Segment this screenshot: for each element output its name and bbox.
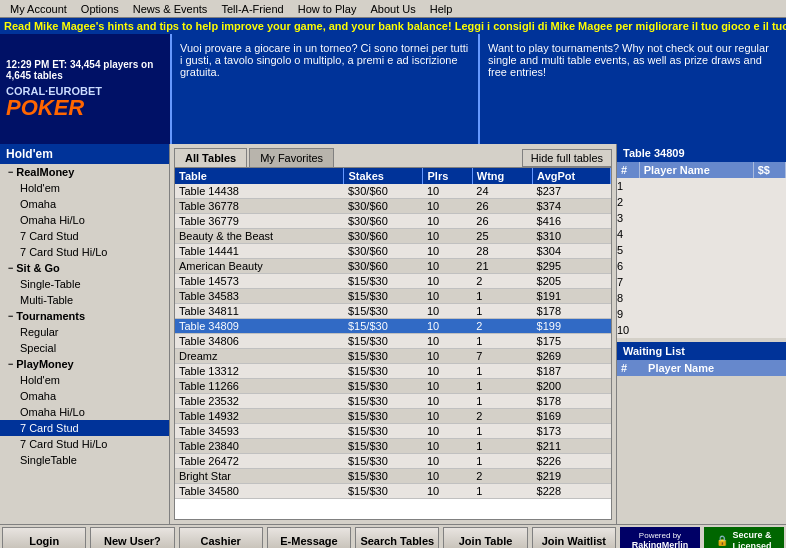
hide-full-button[interactable]: Hide full tables bbox=[522, 149, 612, 167]
table-row[interactable]: Bright Star$15/$30102$219 bbox=[175, 469, 611, 484]
join-table-button[interactable]: Join Table bbox=[443, 527, 527, 549]
sidebar-item-7cardstudhilo[interactable]: 7 Card Stud Hi/Lo bbox=[0, 244, 169, 260]
cell-stakes: $15/$30 bbox=[344, 319, 423, 334]
col-stakes[interactable]: Stakes bbox=[344, 168, 423, 184]
table-row[interactable]: Table 14932$15/$30102$169 bbox=[175, 409, 611, 424]
table-row[interactable]: Table 13312$15/$30101$187 bbox=[175, 364, 611, 379]
menu-news-events[interactable]: News & Events bbox=[127, 0, 214, 18]
table-row[interactable]: Table 14573$15/$30102$205 bbox=[175, 274, 611, 289]
cell-wtng: 1 bbox=[472, 484, 532, 499]
new-user-button[interactable]: New User? bbox=[90, 527, 174, 549]
search-tables-button[interactable]: Search Tables bbox=[355, 527, 439, 549]
login-button[interactable]: Login bbox=[2, 527, 86, 549]
sidebar-item-omaha[interactable]: Omaha bbox=[0, 196, 169, 212]
player-cell bbox=[639, 322, 753, 338]
cell-plrs: 10 bbox=[423, 334, 472, 349]
col-avgpot[interactable]: AvgPot bbox=[533, 168, 611, 184]
cell-stakes: $15/$30 bbox=[344, 289, 423, 304]
cell-avgpot: $374 bbox=[533, 199, 611, 214]
table-row[interactable]: Beauty & the Beast$30/$601025$310 bbox=[175, 229, 611, 244]
sidebar-item-special[interactable]: Special bbox=[0, 340, 169, 356]
table-row[interactable]: Table 34806$15/$30101$175 bbox=[175, 334, 611, 349]
sidebar-item-7cardstud[interactable]: 7 Card Stud bbox=[0, 420, 169, 436]
cell-avgpot: $416 bbox=[533, 214, 611, 229]
cell-name: Table 23532 bbox=[175, 394, 344, 409]
player-row: 6 bbox=[617, 258, 786, 274]
menu-how-to-play[interactable]: How to Play bbox=[292, 0, 363, 18]
waiting-list-title: Waiting List bbox=[617, 342, 786, 360]
table-row[interactable]: Table 11266$15/$30101$200 bbox=[175, 379, 611, 394]
sidebar-item-omahahilo[interactable]: Omaha Hi/Lo bbox=[0, 212, 169, 228]
sidebar-item-singletable[interactable]: SingleTable bbox=[0, 452, 169, 468]
cell-name: Table 14438 bbox=[175, 184, 344, 199]
logo-area: 12:29 PM ET: 34,454 players on 4,645 tab… bbox=[0, 34, 170, 144]
tab-all-tables[interactable]: All Tables bbox=[174, 148, 247, 167]
cell-name: Table 11266 bbox=[175, 379, 344, 394]
cell-wtng: 1 bbox=[472, 364, 532, 379]
player-col-name: Player Name bbox=[639, 162, 753, 178]
sidebar-section-playmoney[interactable]: − PlayMoney bbox=[0, 356, 169, 372]
col-table[interactable]: Table bbox=[175, 168, 344, 184]
table-row[interactable]: Table 34593$15/$30101$173 bbox=[175, 424, 611, 439]
col-wtng[interactable]: Wtng bbox=[472, 168, 532, 184]
cell-wtng: 1 bbox=[472, 379, 532, 394]
sidebar-section-realmoney[interactable]: − RealMoney bbox=[0, 164, 169, 180]
sidebar-section-sit&go[interactable]: − Sit & Go bbox=[0, 260, 169, 276]
tab-my-favorites[interactable]: My Favorites bbox=[249, 148, 334, 167]
secure-text: Secure &Licensed bbox=[732, 530, 771, 548]
menu-about-us[interactable]: About Us bbox=[364, 0, 421, 18]
sidebar-item-multi-table[interactable]: Multi-Table bbox=[0, 292, 169, 308]
promo-left: Vuoi provare a giocare in un torneo? Ci … bbox=[170, 34, 480, 144]
col-plrs[interactable]: Plrs bbox=[423, 168, 472, 184]
cell-stakes: $15/$30 bbox=[344, 379, 423, 394]
player-cell: 8 bbox=[617, 290, 639, 306]
menu-help[interactable]: Help bbox=[424, 0, 459, 18]
table-row[interactable]: Table 34580$15/$30101$228 bbox=[175, 484, 611, 499]
table-row[interactable]: Table 14438$30/$601024$237 bbox=[175, 184, 611, 199]
sidebar-item-omaha[interactable]: Omaha bbox=[0, 388, 169, 404]
join-waitlist-button[interactable]: Join Waitlist bbox=[532, 527, 616, 549]
player-cell: 2 bbox=[617, 194, 639, 210]
sidebar-item-regular[interactable]: Regular bbox=[0, 324, 169, 340]
cell-name: Table 14441 bbox=[175, 244, 344, 259]
table-grid[interactable]: Table Stakes Plrs Wtng AvgPot Table 1443… bbox=[174, 167, 612, 520]
table-row[interactable]: Table 23840$15/$30101$211 bbox=[175, 439, 611, 454]
player-cell bbox=[753, 290, 785, 306]
main-content: Hold'em − RealMoneyHold'emOmahaOmaha Hi/… bbox=[0, 144, 786, 524]
sidebar-item-holdem[interactable]: Hold'em bbox=[0, 372, 169, 388]
table-row[interactable]: Table 26472$15/$30101$226 bbox=[175, 454, 611, 469]
table-row[interactable]: Table 14441$30/$601028$304 bbox=[175, 244, 611, 259]
menu-options[interactable]: Options bbox=[75, 0, 125, 18]
player-cell bbox=[753, 194, 785, 210]
cell-plrs: 10 bbox=[423, 184, 472, 199]
cashier-button[interactable]: Cashier bbox=[179, 527, 263, 549]
e-message-button[interactable]: E-Message bbox=[267, 527, 351, 549]
table-row[interactable]: Table 34583$15/$30101$191 bbox=[175, 289, 611, 304]
table-row[interactable]: Dreamz$15/$30107$269 bbox=[175, 349, 611, 364]
cell-plrs: 10 bbox=[423, 199, 472, 214]
sidebar-section-tournaments[interactable]: − Tournaments bbox=[0, 308, 169, 324]
sidebar-item-single-table[interactable]: Single-Table bbox=[0, 276, 169, 292]
menu-bar: My Account Options News & Events Tell-A-… bbox=[0, 0, 786, 18]
cell-name: Table 26472 bbox=[175, 454, 344, 469]
menu-my-account[interactable]: My Account bbox=[4, 0, 73, 18]
cell-stakes: $15/$30 bbox=[344, 424, 423, 439]
sidebar-item-7cardstud[interactable]: 7 Card Stud bbox=[0, 228, 169, 244]
table-row[interactable]: Table 34811$15/$30101$178 bbox=[175, 304, 611, 319]
cell-wtng: 2 bbox=[472, 319, 532, 334]
cell-avgpot: $178 bbox=[533, 304, 611, 319]
cell-avgpot: $310 bbox=[533, 229, 611, 244]
menu-tell-a-friend[interactable]: Tell-A-Friend bbox=[215, 0, 289, 18]
table-row[interactable]: American Beauty$30/$601021$295 bbox=[175, 259, 611, 274]
sidebar-item-holdem[interactable]: Hold'em bbox=[0, 180, 169, 196]
table-row[interactable]: Table 36779$30/$601026$416 bbox=[175, 214, 611, 229]
sidebar-item-omahahilo[interactable]: Omaha Hi/Lo bbox=[0, 404, 169, 420]
sidebar-item-7cardstudhilo[interactable]: 7 Card Stud Hi/Lo bbox=[0, 436, 169, 452]
table-row[interactable]: Table 36778$30/$601026$374 bbox=[175, 199, 611, 214]
cell-plrs: 10 bbox=[423, 289, 472, 304]
secure-licensed: 🔒 Secure &Licensed bbox=[704, 527, 784, 549]
tab-bar: All Tables My Favorites Hide full tables bbox=[170, 144, 616, 167]
cell-avgpot: $228 bbox=[533, 484, 611, 499]
table-row[interactable]: Table 23532$15/$30101$178 bbox=[175, 394, 611, 409]
table-row[interactable]: Table 34809$15/$30102$199 bbox=[175, 319, 611, 334]
